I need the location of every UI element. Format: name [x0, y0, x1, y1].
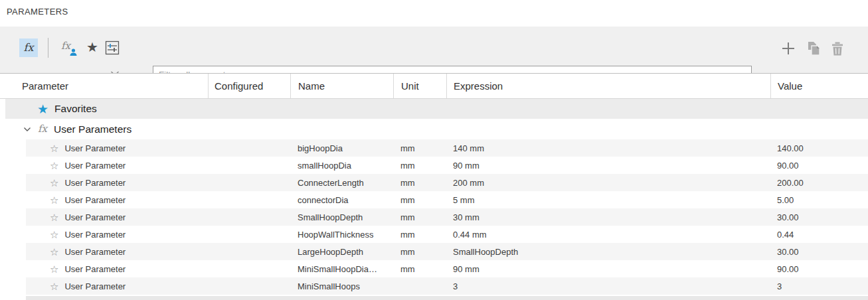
- parameters-dialog: PARAMETERS fx fx ★: [0, 0, 868, 300]
- show-all-parameters-button[interactable]: fx: [19, 38, 38, 57]
- delete-parameter-button[interactable]: [829, 40, 845, 56]
- name-cell[interactable]: LargeHoopDepth: [290, 243, 393, 260]
- favorite-toggle-star-icon[interactable]: ☆: [50, 212, 58, 222]
- configured-cell: [208, 139, 290, 157]
- favorite-toggle-star-icon[interactable]: ☆: [50, 230, 58, 240]
- configured-cell: [208, 174, 290, 191]
- expression-cell[interactable]: 200 mm: [446, 174, 770, 191]
- user-person-icon: [69, 48, 78, 56]
- dialog-title: PARAMETERS: [7, 7, 68, 17]
- table-row[interactable]: ☆ User Parameter SmallHoopDepth mm 30 mm…: [0, 208, 868, 226]
- fx-icon: fx: [24, 42, 34, 53]
- favorite-toggle-star-icon[interactable]: ☆: [50, 264, 58, 274]
- configured-cell: [208, 191, 290, 208]
- favorite-toggle-star-icon[interactable]: ☆: [50, 195, 58, 205]
- column-header-expression: Expression: [446, 74, 770, 98]
- parameter-type-label: User Parameter: [64, 195, 126, 205]
- unit-cell: mm: [393, 226, 446, 243]
- favorites-filter-button[interactable]: ★: [84, 38, 101, 56]
- parameters-table: Parameter Configured Name Unit Expressio…: [0, 73, 868, 295]
- parameter-cell: ☆ User Parameter: [0, 277, 208, 295]
- unit-cell: mm: [393, 139, 446, 157]
- configured-cell: [208, 208, 290, 226]
- value-cell: 90.00: [770, 260, 868, 277]
- table-row[interactable]: ☆ User Parameter HoopWallThickness mm 0.…: [0, 226, 868, 243]
- sliders-icon: [104, 40, 120, 56]
- parameter-type-label: User Parameter: [64, 230, 126, 240]
- user-parameter-rows: ☆ User Parameter bigHoopDia mm 140 mm 14…: [0, 139, 868, 295]
- name-cell[interactable]: connectorDia: [290, 191, 393, 208]
- toolbar-divider: [48, 38, 48, 58]
- value-cell: 3: [770, 277, 868, 295]
- parameter-type-label: User Parameter: [64, 143, 126, 153]
- parameter-type-label: User Parameter: [64, 178, 126, 188]
- favorite-toggle-star-icon[interactable]: ☆: [50, 178, 58, 188]
- unit-cell: mm: [393, 191, 446, 208]
- favorites-row-background: [5, 99, 868, 119]
- table-row[interactable]: ☆ User Parameter connectorDia mm 5 mm 5.…: [0, 191, 868, 208]
- parameter-type-label: User Parameter: [64, 281, 126, 291]
- expression-cell[interactable]: SmallHoopDepth: [446, 243, 770, 260]
- unit-cell: mm: [393, 208, 446, 226]
- column-header-name: Name: [290, 74, 393, 98]
- name-cell[interactable]: smallHoopDia: [290, 157, 393, 174]
- trash-icon: [829, 40, 845, 56]
- column-header-unit: Unit: [393, 74, 446, 98]
- value-cell: 200.00: [770, 174, 868, 191]
- name-cell[interactable]: ConnecterLength: [290, 174, 393, 191]
- parameter-type-label: User Parameter: [64, 212, 126, 222]
- expression-cell[interactable]: 90 mm: [446, 157, 770, 174]
- value-cell: 0.44: [770, 226, 868, 243]
- column-header-value: Value: [770, 74, 868, 98]
- star-icon: ★: [86, 40, 98, 54]
- configured-cell: [208, 243, 290, 260]
- parameter-cell: ☆ User Parameter: [0, 157, 208, 174]
- favorite-toggle-star-icon[interactable]: ☆: [50, 281, 58, 291]
- favorites-star-icon: ★: [37, 103, 48, 115]
- plus-icon: [780, 40, 796, 56]
- display-settings-button[interactable]: [104, 40, 120, 56]
- expression-cell[interactable]: 90 mm: [446, 260, 770, 277]
- table-row[interactable]: ☆ User Parameter MiniSmallHoopDia… mm 90…: [0, 260, 868, 277]
- favorites-group-row[interactable]: ★ Favorites: [0, 99, 868, 119]
- name-cell[interactable]: MiniSmallHoops: [290, 277, 393, 295]
- toolbar: fx fx ★: [0, 27, 868, 73]
- value-cell: 30.00: [770, 208, 868, 226]
- table-row[interactable]: ☆ User Parameter MiniSmallHoops 3 3: [0, 277, 868, 295]
- name-cell[interactable]: SmallHoopDepth: [290, 208, 393, 226]
- table-row[interactable]: ☆ User Parameter smallHoopDia mm 90 mm 9…: [0, 157, 868, 174]
- expression-cell[interactable]: 30 mm: [446, 208, 770, 226]
- table-row[interactable]: ☆ User Parameter ConnecterLength mm 200 …: [0, 174, 868, 191]
- unit-cell: [393, 277, 446, 295]
- configured-cell: [208, 226, 290, 243]
- expression-cell[interactable]: 140 mm: [446, 139, 770, 157]
- name-cell[interactable]: MiniSmallHoopDia…: [290, 260, 393, 277]
- parameter-cell: ☆ User Parameter: [0, 226, 208, 243]
- name-cell[interactable]: bigHoopDia: [290, 139, 393, 157]
- chevron-down-icon[interactable]: [23, 127, 31, 132]
- parameter-type-label: User Parameter: [64, 247, 126, 257]
- favorite-toggle-star-icon[interactable]: ☆: [50, 161, 58, 171]
- unit-cell: mm: [393, 260, 446, 277]
- parameter-cell: ☆ User Parameter: [0, 260, 208, 277]
- unit-cell: mm: [393, 157, 446, 174]
- next-row-partial: [0, 296, 868, 300]
- value-cell: 90.00: [770, 157, 868, 174]
- expression-cell[interactable]: 5 mm: [446, 191, 770, 208]
- column-header-configured: Configured: [208, 74, 290, 98]
- add-parameter-button[interactable]: [780, 40, 797, 57]
- favorite-toggle-star-icon[interactable]: ☆: [50, 143, 58, 153]
- table-row[interactable]: ☆ User Parameter bigHoopDia mm 140 mm 14…: [0, 139, 868, 157]
- expression-cell[interactable]: 3: [446, 277, 770, 295]
- parameter-cell: ☆ User Parameter: [0, 191, 208, 208]
- expression-cell[interactable]: 0.44 mm: [446, 226, 770, 243]
- parameter-cell: ☆ User Parameter: [0, 243, 208, 260]
- user-parameters-group-row[interactable]: fx User Parameters: [0, 119, 868, 139]
- parameter-cell: ☆ User Parameter: [0, 139, 208, 157]
- value-cell: 5.00: [770, 191, 868, 208]
- user-parameters-filter-button[interactable]: fx: [58, 38, 79, 57]
- table-row[interactable]: ☆ User Parameter LargeHoopDepth mm Small…: [0, 243, 868, 260]
- name-cell[interactable]: HoopWallThickness: [290, 226, 393, 243]
- copy-parameter-button[interactable]: [805, 40, 822, 56]
- favorite-toggle-star-icon[interactable]: ☆: [50, 247, 58, 257]
